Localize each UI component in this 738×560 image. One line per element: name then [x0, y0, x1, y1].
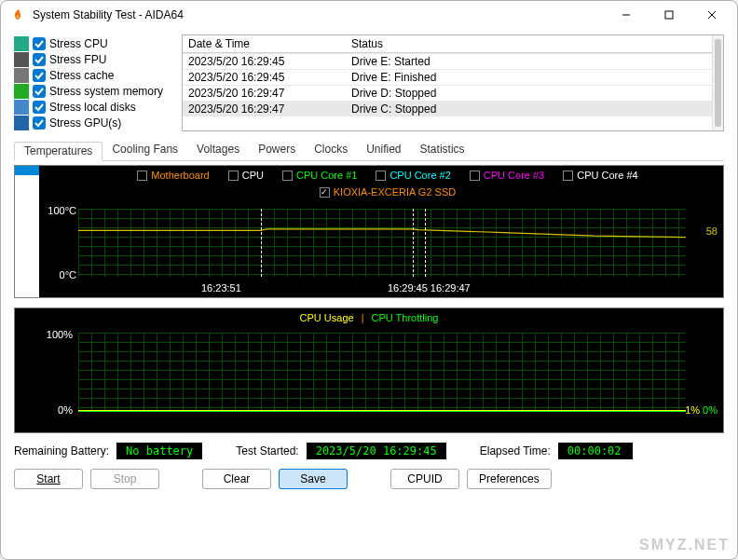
log-body: 2023/5/20 16:29:45Drive E: Started2023/5…: [183, 53, 712, 116]
log-status: Drive C: Stopped: [346, 102, 712, 116]
col-status-header[interactable]: Status: [346, 35, 712, 52]
chart2-grid: [78, 333, 686, 412]
checkbox-icon[interactable]: [33, 53, 46, 66]
close-button[interactable]: [690, 1, 733, 29]
chart2-ytick-100: 100%: [37, 329, 73, 340]
maximize-button[interactable]: [648, 1, 690, 29]
elapsed-value: 00:00:02: [558, 443, 633, 459]
checkbox-icon: [228, 171, 239, 181]
stress-option-0: Stress CPU: [14, 36, 174, 51]
started-label: Test Started:: [236, 444, 298, 458]
checkbox-icon[interactable]: [33, 37, 46, 50]
legend-cpu-core-3[interactable]: CPU Core #3: [470, 170, 544, 181]
stress-label[interactable]: Stress CPU: [49, 37, 108, 50]
stress-label[interactable]: Stress system memory: [49, 85, 163, 98]
checkbox-icon[interactable]: [33, 85, 46, 98]
legend-cpu[interactable]: CPU: [228, 170, 264, 181]
tab-temperatures[interactable]: Temperatures: [14, 142, 102, 161]
log-row[interactable]: 2023/5/20 16:29:47Drive C: Stopped: [183, 101, 712, 116]
log-status: Drive D: Stopped: [346, 86, 712, 101]
log-datetime: 2023/5/20 16:29:47: [183, 102, 346, 116]
log-status: Drive E: Finished: [346, 70, 712, 85]
chart1-xtick-0: 16:23:51: [201, 282, 241, 294]
stress-option-4: Stress local disks: [14, 100, 174, 115]
checkbox-icon[interactable]: [33, 101, 46, 114]
stress-option-2: Stress cache: [14, 68, 174, 83]
device-icon: [14, 100, 29, 115]
chart1-grid: [78, 209, 686, 277]
tab-powers[interactable]: Powers: [249, 141, 305, 160]
log-datetime: 2023/5/20 16:29:47: [183, 86, 346, 101]
stress-label[interactable]: Stress GPU(s): [49, 116, 121, 130]
chart1-ytick-100: 100°C: [41, 205, 76, 216]
button-row: Start Stop Clear Save CPUID Preferences: [14, 469, 724, 489]
legend-motherboard[interactable]: Motherboard: [137, 170, 209, 181]
log-status: Drive E: Started: [346, 54, 712, 69]
tab-clocks[interactable]: Clocks: [305, 141, 357, 160]
cpuid-button[interactable]: CPUID: [390, 469, 459, 489]
svg-rect-1: [665, 11, 673, 19]
app-window: System Stability Test - AIDA64 Stress CP…: [0, 0, 738, 560]
window-title: System Stability Test - AIDA64: [33, 8, 605, 21]
device-icon: [14, 116, 29, 130]
legend-cpu-core-2[interactable]: CPU Core #2: [376, 170, 450, 181]
legend-ssd-label: KIOXIA-EXCERIA G2 SSD: [334, 186, 456, 198]
tab-statistics[interactable]: Statistics: [411, 141, 474, 160]
legend-label: CPU Core #3: [484, 170, 544, 181]
minimize-button[interactable]: [605, 1, 648, 29]
clear-button[interactable]: Clear: [202, 469, 271, 489]
log-scrollbar[interactable]: [712, 35, 723, 130]
tab-voltages[interactable]: Voltages: [187, 141, 249, 160]
log-row[interactable]: 2023/5/20 16:29:45Drive E: Started: [183, 53, 712, 69]
legend-label: CPU Core #2: [390, 170, 450, 181]
legend-cpu-core-4[interactable]: CPU Core #4: [563, 170, 637, 181]
checkbox-icon[interactable]: [33, 116, 46, 130]
event-marker: [261, 209, 262, 277]
device-icon: [14, 68, 29, 83]
tab-unified[interactable]: Unified: [357, 141, 410, 160]
legend-ssd[interactable]: KIOXIA-EXCERIA G2 SSD: [320, 186, 456, 198]
checkbox-icon: [563, 171, 573, 181]
chart1-right-value: 58: [706, 225, 718, 237]
cpu-chart: CPU Usage | CPU Throttling 100% 0% 1% 0%: [14, 307, 724, 433]
chart1-sublegend: KIOXIA-EXCERIA G2 SSD: [15, 183, 723, 199]
legend-label: CPU Core #4: [577, 170, 637, 181]
checkbox-icon: [470, 171, 480, 181]
start-button[interactable]: Start: [14, 469, 83, 489]
device-icon: [14, 36, 29, 51]
log-row[interactable]: 2023/5/20 16:29:47Drive D: Stopped: [183, 85, 712, 101]
legend-label: CPU Core #1: [296, 170, 357, 181]
col-datetime-header[interactable]: Date & Time: [183, 35, 346, 52]
log-header: Date & Time Status: [183, 35, 712, 53]
log-row[interactable]: 2023/5/20 16:29:45Drive E: Finished: [183, 69, 712, 85]
legend-cpu-core-1[interactable]: CPU Core #1: [282, 170, 357, 181]
legend-label: CPU: [242, 170, 264, 181]
chart1-xtick-1: 16:29:45 16:29:47: [388, 282, 471, 294]
tab-cooling-fans[interactable]: Cooling Fans: [102, 141, 187, 160]
chart2-legend: CPU Usage | CPU Throttling: [15, 308, 723, 327]
preferences-button[interactable]: Preferences: [467, 469, 552, 489]
chart1-legend: MotherboardCPUCPU Core #1CPU Core #2CPU …: [15, 166, 723, 183]
log-datetime: 2023/5/20 16:29:45: [183, 54, 346, 69]
app-flame-icon: [10, 7, 25, 22]
legend-sep: |: [362, 312, 364, 323]
checkbox-icon: [137, 171, 147, 181]
battery-label: Remaining Battery:: [14, 444, 109, 458]
chart2-ytick-0: 0%: [37, 404, 73, 416]
log-panel: Date & Time Status 2023/5/20 16:29:45Dri…: [182, 34, 724, 131]
checkbox-icon: [282, 171, 293, 181]
battery-value: No battery: [116, 443, 202, 459]
chart1-sidebar[interactable]: [15, 166, 39, 297]
stress-label[interactable]: Stress cache: [49, 69, 114, 82]
checkbox-icon[interactable]: [33, 69, 46, 82]
legend-label: Motherboard: [151, 170, 209, 181]
titlebar: System Stability Test - AIDA64: [1, 1, 737, 29]
save-button[interactable]: Save: [279, 469, 348, 489]
stress-label[interactable]: Stress FPU: [49, 53, 106, 66]
stress-label[interactable]: Stress local disks: [49, 101, 136, 114]
checkbox-icon: [320, 187, 330, 198]
watermark: SMYZ.NET: [639, 537, 730, 553]
log-datetime: 2023/5/20 16:29:45: [183, 70, 346, 85]
temperature-chart: MotherboardCPUCPU Core #1CPU Core #2CPU …: [14, 165, 724, 298]
stop-button[interactable]: Stop: [90, 469, 159, 489]
